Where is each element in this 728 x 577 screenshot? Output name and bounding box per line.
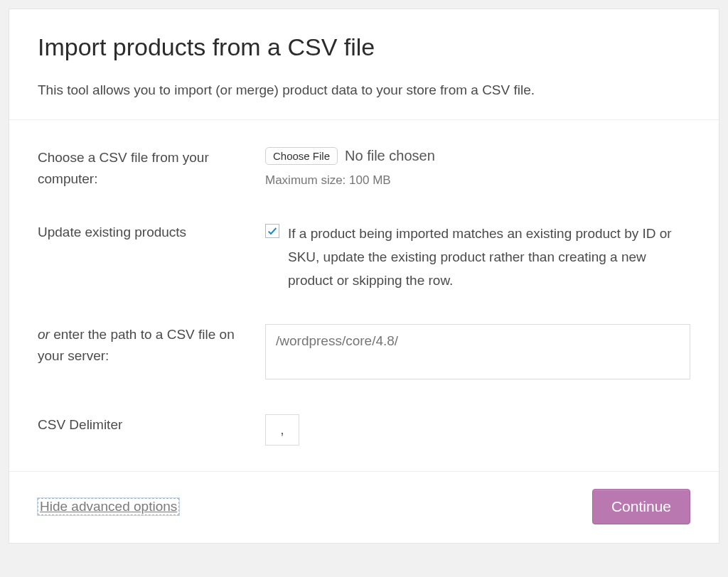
page-description: This tool allows you to import (or merge… xyxy=(38,82,690,98)
server-path-row: or enter the path to a CSV file on your … xyxy=(38,324,690,383)
choose-file-label: Choose a CSV file from your computer: xyxy=(38,147,265,190)
update-existing-description: If a product being imported matches an e… xyxy=(288,222,690,293)
delimiter-input[interactable] xyxy=(265,414,299,446)
update-existing-checkbox[interactable] xyxy=(265,224,279,238)
import-card: Import products from a CSV file This too… xyxy=(9,9,719,544)
update-existing-control: If a product being imported matches an e… xyxy=(265,222,690,293)
update-existing-label: Update existing products xyxy=(38,222,265,293)
delimiter-control xyxy=(265,414,690,446)
checkmark-icon xyxy=(267,225,278,237)
toggle-advanced-link[interactable]: Hide advanced options xyxy=(38,498,179,515)
page-title: Import products from a CSV file xyxy=(38,33,690,61)
card-footer: Hide advanced options Continue xyxy=(9,472,719,543)
server-path-input[interactable] xyxy=(265,324,690,379)
choose-file-row: Choose a CSV file from your computer: Ch… xyxy=(38,147,690,190)
update-existing-row: Update existing products If a product be… xyxy=(38,222,690,293)
update-existing-checkbox-wrapper: If a product being imported matches an e… xyxy=(265,222,690,293)
file-input-wrapper: Choose File No file chosen xyxy=(265,147,690,165)
choose-file-button[interactable]: Choose File xyxy=(265,147,338,165)
card-header: Import products from a CSV file This too… xyxy=(9,9,719,119)
server-path-label-prefix: or xyxy=(38,327,50,342)
server-path-control xyxy=(265,324,690,383)
continue-button[interactable]: Continue xyxy=(592,489,690,524)
file-status: No file chosen xyxy=(345,148,435,164)
delimiter-label: CSV Delimiter xyxy=(38,414,265,446)
form-body: Choose a CSV file from your computer: Ch… xyxy=(9,120,719,471)
server-path-label-rest: enter the path to a CSV file on your ser… xyxy=(38,327,235,363)
server-path-label: or enter the path to a CSV file on your … xyxy=(38,324,265,383)
file-size-hint: Maximum size: 100 MB xyxy=(265,173,690,188)
delimiter-row: CSV Delimiter xyxy=(38,414,690,446)
choose-file-control: Choose File No file chosen Maximum size:… xyxy=(265,147,690,190)
